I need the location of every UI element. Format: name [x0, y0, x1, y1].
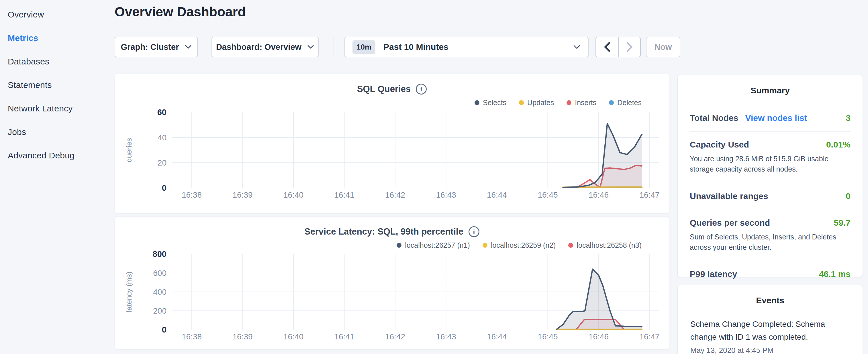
divider	[690, 131, 850, 132]
info-icon[interactable]	[416, 84, 427, 95]
svg-text:16:47: 16:47	[639, 190, 659, 199]
legend-dot-icon	[519, 100, 524, 105]
summary-row-queries-per-second: Queries per second 59.7	[690, 218, 850, 228]
svg-text:16:44: 16:44	[487, 332, 507, 341]
svg-text:16:45: 16:45	[537, 190, 558, 199]
event-message: Schema Change Completed: Schema change w…	[690, 318, 831, 344]
summary-row-label: Unavailable ranges	[690, 191, 768, 201]
svg-text:16:38: 16:38	[182, 190, 202, 199]
summary-row-value: 0	[846, 191, 850, 201]
divider	[690, 210, 850, 210]
legend-item: Selects	[474, 99, 506, 107]
chart-legend: localhost:26257 (n1)localhost:26259 (n2)…	[397, 241, 642, 250]
view-nodes-list-link[interactable]: View nodes list	[745, 113, 807, 123]
legend-label: localhost:26258 (n3)	[577, 241, 642, 250]
chevron-down-icon	[307, 45, 314, 49]
event-timestamp: May 13, 2020 at 4:45 PM	[690, 346, 850, 354]
graph-dropdown-label: Graph: Cluster	[121, 42, 179, 52]
legend-label: localhost:26259 (n2)	[491, 241, 556, 250]
svg-text:16:41: 16:41	[334, 332, 354, 341]
app-root: Overview Metrics Databases Statements Ne…	[0, 0, 868, 354]
svg-text:16:41: 16:41	[334, 190, 354, 199]
now-button[interactable]: Now	[646, 37, 680, 57]
sql-queries-chart-card: SQL Queries SelectsUpdatesInsertsDeletes…	[115, 74, 669, 213]
svg-text:40: 40	[158, 133, 166, 142]
svg-text:60: 60	[157, 108, 166, 117]
time-range-dropdown[interactable]: 10m Past 10 Minutes	[344, 37, 589, 57]
sidebar: Overview Metrics Databases Statements Ne…	[0, 0, 115, 167]
svg-text:400: 400	[153, 288, 166, 296]
time-back-button[interactable]	[596, 37, 618, 57]
summary-row-capacity-used: Capacity Used 0.01%	[690, 140, 850, 150]
svg-text:0: 0	[162, 183, 166, 192]
svg-text:20: 20	[158, 158, 166, 167]
summary-row-value: 46.1 ms	[819, 269, 850, 279]
summary-row-label: Queries per second	[690, 218, 770, 228]
info-icon[interactable]	[468, 226, 479, 237]
legend-item: Deletes	[609, 99, 642, 107]
sidebar-item-overview[interactable]: Overview	[0, 3, 115, 26]
svg-text:queries: queries	[125, 138, 133, 162]
legend-label: Selects	[483, 99, 506, 107]
legend-dot-icon	[397, 243, 401, 248]
svg-text:latency (ms): latency (ms)	[125, 271, 133, 312]
chart-title: Service Latency: SQL, 99th percentile	[304, 227, 463, 237]
svg-text:16:40: 16:40	[283, 332, 304, 341]
time-forward-button[interactable]	[618, 37, 640, 57]
legend-item: localhost:26258 (n3)	[568, 241, 642, 250]
sidebar-item-advanced-debug[interactable]: Advanced Debug	[0, 144, 115, 167]
svg-text:16:45: 16:45	[537, 332, 558, 341]
legend-label: localhost:26257 (n1)	[405, 241, 470, 250]
legend-item: Inserts	[566, 99, 596, 107]
sql-queries-plot[interactable]: 020406016:3816:3916:4016:4116:4216:4316:…	[121, 108, 664, 203]
svg-text:16:46: 16:46	[589, 332, 609, 341]
legend-dot-icon	[474, 100, 479, 105]
service-latency-chart-card: Service Latency: SQL, 99th percentile lo…	[115, 216, 669, 349]
svg-text:16:42: 16:42	[385, 332, 405, 341]
time-range-label: Past 10 Minutes	[383, 42, 448, 52]
chevron-down-icon	[573, 45, 581, 50]
summary-row-total-nodes: Total Nodes View nodes list 3	[690, 113, 850, 123]
legend-dot-icon	[483, 243, 488, 248]
svg-text:16:46: 16:46	[589, 190, 609, 199]
svg-text:16:39: 16:39	[232, 190, 252, 199]
events-panel: Events Schema Change Completed: Schema c…	[677, 285, 863, 354]
summary-row-label: Capacity Used	[690, 140, 749, 150]
svg-text:200: 200	[153, 307, 166, 315]
divider	[690, 183, 850, 183]
legend-label: Deletes	[617, 99, 642, 107]
chart-title: SQL Queries	[357, 84, 411, 94]
sidebar-item-network-latency[interactable]: Network Latency	[0, 97, 115, 120]
svg-text:16:42: 16:42	[385, 190, 405, 199]
controls-divider	[334, 37, 334, 57]
sidebar-item-jobs[interactable]: Jobs	[0, 120, 115, 144]
dashboard-dropdown[interactable]: Dashboard: Overview	[212, 37, 319, 57]
legend-dot-icon	[566, 100, 571, 105]
sidebar-item-databases[interactable]: Databases	[0, 50, 115, 73]
summary-title: Summary	[678, 86, 863, 95]
summary-panel: Summary Total Nodes View nodes list 3 Ca…	[677, 75, 863, 277]
chevron-down-icon	[185, 45, 192, 49]
summary-row-label: Total Nodes	[690, 113, 738, 123]
svg-text:0: 0	[162, 325, 166, 334]
chevron-right-icon	[626, 41, 633, 53]
summary-row-value: 59.7	[834, 218, 850, 228]
sidebar-item-statements[interactable]: Statements	[0, 73, 115, 97]
summary-row-description: You are using 28.6 MiB of 515.9 GiB usab…	[690, 154, 850, 174]
events-title: Events	[678, 296, 863, 305]
svg-text:16:44: 16:44	[487, 190, 507, 199]
svg-text:800: 800	[153, 250, 166, 259]
summary-row-value: 3	[846, 113, 850, 123]
time-range-badge: 10m	[352, 40, 375, 54]
sidebar-item-metrics[interactable]: Metrics	[0, 26, 115, 50]
svg-text:16:38: 16:38	[182, 332, 202, 341]
legend-dot-icon	[568, 243, 573, 248]
svg-text:600: 600	[153, 269, 166, 278]
svg-text:16:47: 16:47	[639, 332, 659, 341]
chart-legend: SelectsUpdatesInsertsDeletes	[474, 99, 642, 107]
svg-text:16:40: 16:40	[283, 190, 304, 199]
service-latency-plot[interactable]: 020040060080016:3816:3916:4016:4116:4216…	[121, 250, 664, 345]
graph-dropdown[interactable]: Graph: Cluster	[115, 37, 198, 57]
summary-row-unavailable-ranges: Unavailable ranges 0	[690, 191, 850, 201]
summary-row-label: P99 latency	[690, 269, 737, 279]
